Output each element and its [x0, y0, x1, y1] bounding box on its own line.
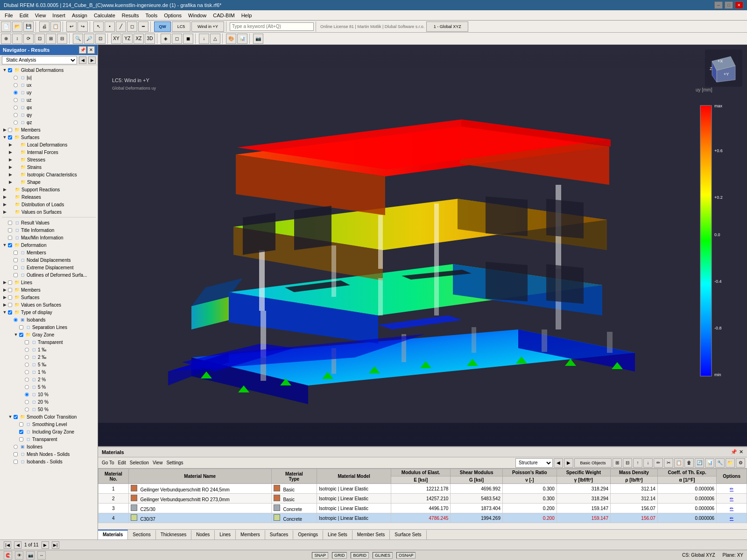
t2-render[interactable]: ◈ [161, 34, 171, 44]
radio-10pct[interactable] [25, 392, 29, 397]
t2-zoom-out[interactable]: 🔎 [84, 34, 94, 44]
pg-first[interactable]: |◀ [4, 541, 11, 549]
menu-item-view[interactable]: View [32, 12, 49, 19]
cb-surfaces2[interactable] [8, 295, 12, 300]
tree-item-phiz[interactable]: ▶◻φz [0, 119, 98, 126]
tree-toggle-strains[interactable]: ▶ [7, 164, 13, 170]
cb-transparent[interactable] [25, 340, 29, 344]
bt-btn6[interactable]: ✂ [664, 458, 673, 468]
tree-item-isobands[interactable]: ▶▣Isobands [0, 316, 98, 323]
cb-sep-lines[interactable] [19, 325, 23, 329]
t2-color[interactable]: 🎨 [226, 34, 236, 44]
radio-isobands[interactable] [14, 318, 18, 322]
tab-lines[interactable]: Lines [215, 530, 236, 539]
tree-item-nodal-disp[interactable]: ▶◻Nodal Displacements [0, 256, 98, 264]
line-btn[interactable]: ╱ [116, 21, 126, 32]
cb-smooth-color[interactable] [14, 415, 18, 419]
tree-item-title-info[interactable]: ▶◻Title Information [0, 226, 98, 234]
tree-item-local-def[interactable]: ▶📁Local Deformations [0, 141, 98, 148]
cb-maxmin-info[interactable] [8, 236, 12, 240]
cell-opt-2[interactable]: ✏ [717, 494, 747, 504]
tree-item-members2[interactable]: ▶📁Members [0, 286, 98, 294]
radio-2ppt[interactable] [25, 355, 29, 359]
radio-1ppt[interactable] [25, 348, 29, 352]
tree-item-transparent[interactable]: ▶◻Transparent [0, 338, 98, 346]
tab-surface-sets[interactable]: Surface Sets [390, 530, 426, 539]
menu-item-calculate[interactable]: Calculate [91, 12, 118, 19]
close-button[interactable]: ✕ [735, 1, 743, 9]
tree-item-2pct[interactable]: ▶◻2 % [0, 376, 98, 383]
tree-toggle-internal-forces[interactable]: ▶ [7, 149, 13, 155]
cell-opt-4[interactable]: ✏ [717, 513, 747, 523]
bt-btn1[interactable]: ⊞ [613, 458, 622, 468]
tree-item-values-surfaces2[interactable]: ▶📁Values on Surfaces [0, 301, 98, 308]
tree-item-20pct[interactable]: ▶◻20 % [0, 398, 98, 406]
keyword-search-input[interactable] [230, 22, 314, 31]
cb-title-info[interactable] [8, 228, 12, 232]
redo-btn[interactable]: ↪ [78, 21, 88, 32]
tree-toggle-members[interactable]: ▶ [2, 127, 7, 133]
menu-item-edit[interactable]: Edit [17, 12, 31, 19]
tree-item-5ppt[interactable]: ▶◻5 ‰ [0, 361, 98, 368]
radio-5ppt[interactable] [25, 363, 29, 367]
nav-close-btn[interactable]: ✕ [87, 46, 95, 54]
t2-loads[interactable]: ↓ [199, 34, 209, 44]
maximize-button[interactable]: □ [725, 1, 733, 9]
tree-item-releases[interactable]: ▶📁Releases [0, 193, 98, 201]
tree-toggle-members2[interactable]: ▶ [2, 287, 7, 293]
menu-item-tools[interactable]: Tools [142, 12, 160, 19]
tree-item-surfaces2[interactable]: ▶📁Surfaces [0, 294, 98, 301]
view-dropdown-btn[interactable]: 1 - Global XYZ [426, 21, 468, 32]
tree-item-support-reactions[interactable]: ▶📁Support Reactions [0, 186, 98, 193]
cb-isobands-solids[interactable] [14, 460, 18, 464]
member-btn[interactable]: ━ [138, 21, 148, 32]
cb-deformation[interactable] [8, 243, 12, 247]
tree-item-1ppt[interactable]: ▶◻1 ‰ [0, 346, 98, 353]
pdf-btn[interactable]: 📋 [50, 21, 61, 32]
tree-item-isolines[interactable]: ▶▣Isolines [0, 443, 98, 450]
t2-btn3[interactable]: ⟳ [23, 34, 34, 44]
tree-toggle-lines[interactable]: ▶ [2, 280, 7, 285]
tree-toggle-shape[interactable]: ▶ [7, 179, 13, 185]
tree-item-uy[interactable]: ▶◻uy [0, 89, 98, 96]
nav-prev-btn[interactable]: ◀ [79, 56, 86, 64]
tree-item-def-members[interactable]: ▶◻Members [0, 249, 98, 256]
tree-item-10pct[interactable]: ▶◻10 % [0, 391, 98, 398]
wind-btn[interactable]: Wind in +Y [191, 21, 224, 32]
panel-pin-btn[interactable]: 📌 [731, 449, 737, 455]
bt-btn12[interactable]: 📁 [726, 458, 735, 468]
t2-btn6[interactable]: ⊟ [57, 34, 67, 44]
bt-btn4[interactable]: ↓ [643, 458, 653, 468]
tree-item-isotropic[interactable]: ▶📁Isotropic Characteristics [0, 171, 98, 178]
menu-go-to[interactable]: Go To [100, 459, 116, 466]
tree-toggle-surfaces[interactable]: ▼ [2, 134, 7, 140]
radio-1pct[interactable] [25, 370, 29, 374]
cb-surfaces[interactable] [8, 135, 12, 140]
undo-btn[interactable]: ↩ [66, 21, 77, 32]
radio-isolines[interactable] [14, 445, 18, 449]
tree-item-smooth-color[interactable]: ▼📁Smooth Color Transition [0, 413, 98, 420]
t2-view-yz[interactable]: YZ [122, 34, 133, 44]
tree-item-u[interactable]: ▶◻|u| [0, 74, 98, 81]
tree-item-surfaces[interactable]: ▼📁Surfaces [0, 133, 98, 141]
cb-result-values[interactable] [8, 221, 12, 225]
tree-item-shape[interactable]: ▶📁Shape [0, 178, 98, 186]
tab-nodes[interactable]: Nodes [191, 530, 215, 539]
tree-item-deformation[interactable]: ▼📁Deformation [0, 241, 98, 249]
table-row-2[interactable]: 2 Geilinger Verbundquerschnitt RO 273,0m… [99, 494, 747, 504]
t2-solid[interactable]: ◼ [183, 34, 193, 44]
new-btn[interactable]: 📄 [1, 21, 11, 32]
pg-last[interactable]: ▶| [52, 541, 59, 549]
tree-toggle-values-surfaces2[interactable]: ▶ [2, 302, 7, 308]
tree-toggle-type-display[interactable]: ▼ [2, 309, 7, 315]
bt-btn11[interactable]: 🔧 [715, 458, 725, 468]
t2-btn4[interactable]: ⊡ [35, 34, 45, 44]
radio-50pct[interactable] [25, 407, 29, 412]
radio-phix[interactable] [14, 105, 18, 110]
tree-item-result-values[interactable]: ▶◻Result Values [0, 219, 98, 226]
cb-nodal-disp[interactable] [14, 258, 18, 262]
t2-view-xz[interactable]: XZ [134, 34, 144, 44]
cb-members2[interactable] [8, 288, 12, 292]
tree-item-stresses[interactable]: ▶📁Stresses [0, 156, 98, 163]
result-btn[interactable]: QW [154, 21, 171, 32]
